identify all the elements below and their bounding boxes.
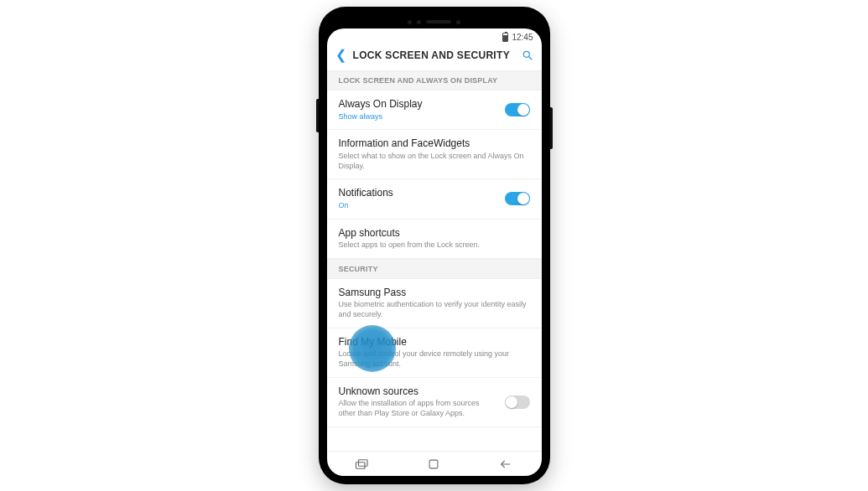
app-header: ❮ LOCK SCREEN AND SECURITY [327, 44, 542, 70]
toggle-notifications[interactable] [505, 192, 530, 205]
back-button[interactable] [496, 455, 515, 473]
row-information-facewidgets[interactable]: Information and FaceWidgets Select what … [327, 130, 542, 179]
recents-button[interactable] [353, 455, 372, 473]
row-always-on-display[interactable]: Always On Display Show always [327, 90, 542, 130]
row-samsung-pass[interactable]: Samsung Pass Use biometric authenticatio… [327, 279, 542, 328]
row-title: Information and FaceWidgets [339, 137, 530, 151]
row-title: Always On Display [339, 98, 496, 111]
section-header-lockscreen: LOCK SCREEN AND ALWAYS ON DISPLAY [327, 70, 542, 90]
status-bar: 12:45 [327, 28, 542, 44]
page-title: LOCK SCREEN AND SECURITY [353, 49, 515, 61]
row-subtitle: Select what to show on the Lock screen a… [339, 152, 530, 171]
row-app-shortcuts[interactable]: App shortcuts Select apps to open from t… [327, 220, 542, 259]
screen: 12:45 ❮ LOCK SCREEN AND SECURITY LOCK SC… [327, 28, 542, 476]
row-subtitle: Allow the installation of apps from sour… [339, 399, 496, 418]
row-subtitle: Locate and control your device remotely … [339, 349, 530, 369]
status-time: 12:45 [512, 33, 533, 42]
row-title: Find My Mobile [339, 336, 530, 349]
back-icon[interactable]: ❮ [335, 49, 346, 62]
settings-list: LOCK SCREEN AND ALWAYS ON DISPLAY Always… [327, 70, 542, 451]
row-find-my-mobile[interactable]: Find My Mobile Locate and control your d… [327, 328, 542, 378]
home-button[interactable] [424, 455, 443, 473]
phone-frame: 12:45 ❮ LOCK SCREEN AND SECURITY LOCK SC… [319, 7, 550, 484]
row-title: App shortcuts [339, 227, 530, 240]
list-fade [327, 434, 542, 451]
row-title: Unknown sources [339, 385, 496, 399]
toggle-unknown-sources[interactable] [505, 395, 530, 409]
svg-rect-3 [359, 459, 368, 466]
search-icon[interactable] [522, 49, 533, 61]
svg-line-1 [528, 57, 532, 60]
toggle-always-on-display[interactable] [505, 103, 530, 116]
svg-rect-4 [430, 460, 439, 468]
row-subtitle: Show always [339, 112, 496, 122]
row-title: Notifications [339, 187, 496, 200]
row-unknown-sources[interactable]: Unknown sources Allow the installation o… [327, 378, 542, 427]
section-header-security: SECURITY [327, 259, 542, 279]
navigation-bar [327, 451, 542, 476]
svg-point-0 [523, 51, 529, 57]
row-title: Samsung Pass [339, 287, 530, 300]
sensor-bar [327, 15, 542, 28]
row-subtitle: Use biometric authentication to verify y… [339, 300, 530, 319]
row-notifications[interactable]: Notifications On [327, 179, 542, 219]
row-subtitle: Select apps to open from the Lock screen… [339, 240, 530, 251]
svg-rect-2 [356, 462, 366, 468]
row-subtitle: On [339, 201, 496, 211]
battery-icon [502, 33, 508, 42]
